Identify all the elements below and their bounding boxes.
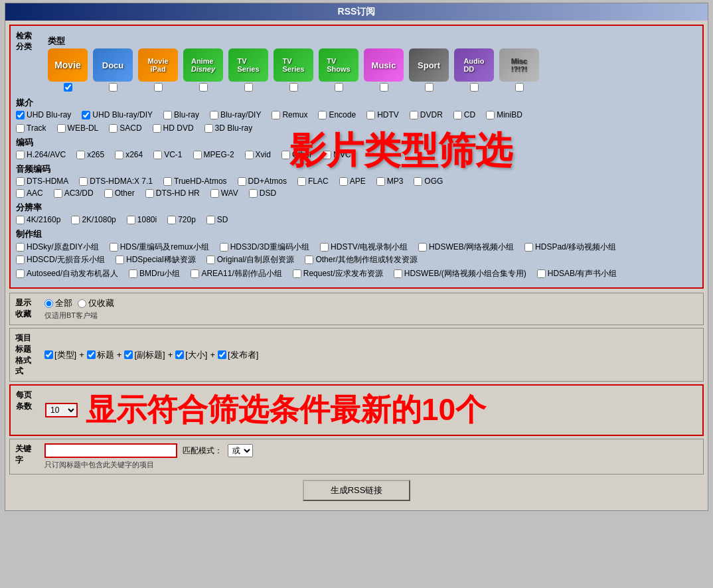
cat-item-movie-ipad: MovieiPad <box>138 48 178 92</box>
display-radio-row: 全部 仅收藏 <box>44 297 698 309</box>
cb-other-codec[interactable]: Other <box>281 150 312 159</box>
cat-checkbox-sport[interactable] <box>425 83 434 92</box>
cat-checkbox-tv-series2[interactable] <box>289 83 298 92</box>
main-content: 影片类型筛选 检索分类 类型 Movie <box>5 21 708 510</box>
cb-h264[interactable]: H.264/AVC <box>16 150 66 159</box>
cb-hdspad[interactable]: HDSPad/移动视频小组 <box>524 242 616 253</box>
cat-checkbox-misc[interactable] <box>515 83 524 92</box>
cb-request[interactable]: Request/应求发布资源 <box>293 268 383 279</box>
keyword-row: 匹配模式： 或 且 非 <box>44 443 698 458</box>
match-select[interactable]: 或 且 非 <box>228 444 253 457</box>
cb-hdstv[interactable]: HDSTV/电视录制小组 <box>320 242 408 253</box>
cb-hdsweb[interactable]: HDSWEB/网络视频小组 <box>418 242 514 253</box>
cb-2k[interactable]: 2K/1080p <box>71 215 116 224</box>
cb-track[interactable]: Track <box>16 123 46 133</box>
cb-3d-bluray[interactable]: 3D Blu-ray <box>204 123 253 133</box>
cat-checkbox-anime[interactable] <box>199 83 208 92</box>
cb-hdsky[interactable]: HDSky/原盘DIY小组 <box>16 242 99 253</box>
cb-ape[interactable]: APE <box>339 177 366 186</box>
cb-x264[interactable]: x264 <box>115 150 143 159</box>
cat-icon-tv-shows: TVShows <box>319 48 358 82</box>
cb-dts-hd-hr[interactable]: DTS-HD HR <box>145 188 200 198</box>
cb-encode[interactable]: Encode <box>318 110 356 119</box>
cb-hdspecial[interactable]: HDSpecial稀缺资源 <box>116 254 196 265</box>
cb-cd[interactable]: CD <box>453 110 475 119</box>
cb-dd-atmos[interactable]: DD+Atmos <box>238 177 287 186</box>
cat-checkbox-movie-ipad[interactable] <box>154 83 163 92</box>
cb-mvc[interactable]: MVC <box>323 150 351 159</box>
cb-hdsab[interactable]: HDSAB/有声书小组 <box>537 268 617 279</box>
cb-mpeg2[interactable]: MPEG-2 <box>193 150 234 159</box>
keyword-input[interactable] <box>44 443 177 458</box>
per-page-select[interactable]: 10 20 30 50 100 <box>45 403 78 417</box>
cat-checkbox-music[interactable] <box>380 83 388 92</box>
keyword-content: 匹配模式： 或 且 非 只订阅标题中包含此关键字的项目 <box>44 443 698 470</box>
cb-xvid[interactable]: Xvid <box>245 150 271 159</box>
cat-checkbox-audio[interactable] <box>470 83 479 92</box>
cat-item-movie: Movie <box>48 48 88 92</box>
format-subtitle[interactable]: [副标题] <box>124 349 165 361</box>
cb-hds[interactable]: HDS/重编码及remux小组 <box>110 242 209 253</box>
cb-hds3d[interactable]: HDS3D/3D重编码小组 <box>220 242 309 253</box>
cb-uhd-bluray[interactable]: UHD Blu-ray <box>16 110 71 119</box>
cb-dts-hdma-71[interactable]: DTS-HDMA:X 7.1 <box>79 177 153 186</box>
type-label: 类型 <box>48 35 697 47</box>
cb-remux[interactable]: Remux <box>272 110 307 119</box>
cb-truehd-atmos[interactable]: TrueHD-Atmos <box>163 177 227 186</box>
cb-vc1[interactable]: VC-1 <box>153 150 182 159</box>
cat-checkbox-tv-series1[interactable] <box>244 83 253 92</box>
cb-webdl[interactable]: WEB-DL <box>57 123 99 133</box>
match-label: 匹配模式： <box>183 445 222 457</box>
keyword-note: 只订阅标题中包含此关键字的项目 <box>44 460 698 470</box>
cb-bmdru[interactable]: BMDru小组 <box>129 268 180 279</box>
cb-minibd[interactable]: MiniBD <box>486 110 522 119</box>
cb-ogg[interactable]: OGG <box>414 177 443 186</box>
cb-dsd[interactable]: DSD <box>249 188 276 198</box>
codec-label: 编码 <box>16 137 697 149</box>
format-size[interactable]: [大小] <box>175 349 207 361</box>
cat-item-sport: Sport <box>409 48 449 92</box>
cb-hddvd[interactable]: HD DVD <box>153 123 194 133</box>
cb-dts-hdma[interactable]: DTS-HDMA <box>16 177 68 186</box>
cb-hdsweb2[interactable]: HDSWEB/(网络视频小组合集专用) <box>394 268 526 279</box>
cb-mp3[interactable]: MP3 <box>376 177 404 186</box>
cb-ac3dd[interactable]: AC3/DD <box>54 188 94 198</box>
cb-sd[interactable]: SD <box>206 215 228 224</box>
cb-flac[interactable]: FLAC <box>297 177 329 186</box>
cb-bluray-diy[interactable]: Blu-ray/DIY <box>210 110 261 119</box>
per-page-section: 每页条数 10 20 30 50 100 显示符合筛选条件最新的10个 <box>9 384 704 436</box>
cb-x265[interactable]: x265 <box>76 150 104 159</box>
cb-original[interactable]: Original/自制原创资源 <box>206 254 295 265</box>
cat-icon-music: Music <box>364 48 404 82</box>
format-publisher[interactable]: [发布者] <box>218 349 258 361</box>
generate-button[interactable]: 生成RSS链接 <box>303 480 411 501</box>
cat-checkbox-tv-shows[interactable] <box>335 83 343 92</box>
team-checkboxes-row1: HDSky/原盘DIY小组 HDS/重编码及remux小组 HDS3D/3D重编… <box>16 242 697 265</box>
format-checkboxes: [类型] + 标题 + [副标题] + [大小] + [发布者] <box>44 332 698 377</box>
cb-1080i[interactable]: 1080i <box>127 215 157 224</box>
cb-720p[interactable]: 720p <box>167 215 196 224</box>
title-bar: RSS订阅 <box>5 3 708 21</box>
cb-sacd[interactable]: SACD <box>109 123 141 133</box>
radio-favorites[interactable]: 仅收藏 <box>78 297 114 309</box>
cb-uhd-bluray-diy[interactable]: UHD Blu-ray/DIY <box>82 110 153 119</box>
cb-bluray[interactable]: Blu-ray <box>163 110 199 119</box>
cb-4k[interactable]: 4K/2160p <box>16 215 60 224</box>
cb-aac[interactable]: AAC <box>16 188 43 198</box>
cb-dvdr[interactable]: DVDR <box>410 110 443 119</box>
cb-hdscd[interactable]: HDSCD/无损音乐小组 <box>16 254 105 265</box>
cb-wav[interactable]: WAV <box>210 188 238 198</box>
cat-checkbox-docu[interactable] <box>109 83 118 92</box>
cb-hdtv[interactable]: HDTV <box>366 110 399 119</box>
cat-item-tv-shows: TVShows <box>319 48 358 92</box>
per-page-content: 10 20 30 50 100 显示符合筛选条件最新的10个 <box>45 390 697 431</box>
cat-checkbox-movie[interactable] <box>64 83 72 92</box>
cb-area11[interactable]: AREA11/韩剧作品小组 <box>191 268 281 279</box>
cb-other-audio[interactable]: Other <box>104 188 135 198</box>
display-note: 仅适用BT客户端 <box>44 311 698 321</box>
radio-all[interactable]: 全部 <box>44 297 72 309</box>
format-type[interactable]: [类型] <box>44 349 76 361</box>
cb-autoseed[interactable]: Autoseed/自动发布机器人 <box>16 268 118 279</box>
format-title[interactable]: 标题 <box>87 349 114 361</box>
cb-other-team[interactable]: Other/其他制作组或转发资源 <box>305 254 417 265</box>
